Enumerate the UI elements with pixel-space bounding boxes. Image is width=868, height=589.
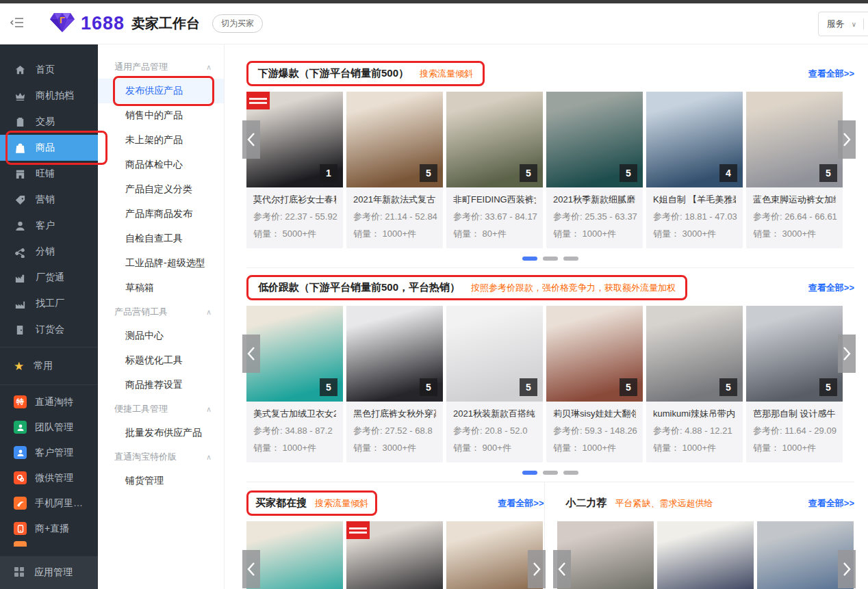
carousel-prev-button[interactable] [242,550,260,588]
submenu-section-title[interactable]: 便捷工具管理 ∧ [98,397,224,421]
product-card[interactable]: 1 莫代尔打底衫女士春秋... 参考价: 22.37 - 55.92 销量： 5… [246,92,343,248]
view-all-link[interactable]: 查看全部>> [808,68,854,80]
submenu-item[interactable]: 自检自查工具 [98,226,224,251]
carousel-next-button[interactable] [838,335,856,373]
clipboard-icon [14,116,26,128]
product-card[interactable]: 5 黑色打底裤女秋外穿高... 参考价: 27.52 - 68.8 销量： 30… [346,306,443,462]
submenu-section-title[interactable]: 直通淘宝特价版 ∧ [98,445,224,469]
product-image: 5 [446,306,543,402]
app-icon [14,471,27,484]
carousel-next-button[interactable] [838,120,856,159]
pagination-dot[interactable] [522,471,537,475]
sidebar-item-bag[interactable]: 商品 [0,135,98,161]
product-image: 1 [246,92,343,187]
sidebar-collapse-icon[interactable] [10,16,25,31]
product-image: 5 [246,521,343,589]
submenu-item[interactable]: 产品库商品发布 [98,202,224,226]
submenu-item[interactable]: 铺货管理 [98,469,224,493]
sidebar-app-item[interactable]: 手机阿里… [0,490,98,516]
submenu-item[interactable]: 标题优化工具 [98,348,224,373]
service-menu[interactable]: 服务 [827,18,845,30]
sidebar-item-factory2[interactable]: 找工厂 [0,291,98,317]
sidebar-item-factory[interactable]: 厂货通 [0,265,98,291]
product-price: 参考价: 22.37 - 55.92 [253,211,336,223]
product-title: 2021秋装新款百搭纯... [453,408,536,420]
product-card[interactable]: 5 2021秋装新款百搭纯... 参考价: 20.8 - 52.0 销量： 90… [446,306,543,462]
pagination-dot[interactable] [563,471,578,475]
section-header: 小二力荐 平台紧缺、需求远超供给 [557,490,722,516]
submenu-item[interactable]: 工业品牌-超级选型 [98,251,224,276]
submenu-item[interactable]: 未上架的产品 [98,128,224,153]
submenu-item[interactable]: 发布供应产品 [98,79,224,103]
product-image: 5 [446,92,543,187]
sidebar-item-share[interactable]: 分销 [0,239,98,265]
product-price: 参考价: 33.67 - 84.17 [453,211,536,223]
sidebar-item-app-management[interactable]: 应用管理 [0,556,98,589]
sidebar-app-item[interactable]: 微供管理 [0,465,98,490]
product-card[interactable]: 5 美式复古加绒卫衣女20... 参考价: 34.88 - 87.2 销量： 1… [246,306,343,462]
product-card[interactable]: 5 莉贝琳sisy娃娃大翻领... 参考价: 59.3 - 148.26 销量：… [546,306,643,462]
view-all-link[interactable]: 查看全部>> [498,497,544,510]
product-card[interactable]: 5 蓝色束脚运动裤女加绒... 参考价: 26.64 - 66.61 销量： 3… [746,92,843,248]
product-card[interactable]: 4 K姐自制 【羊毛美雅碧... 参考价: 18.81 - 47.03 销量： … [646,92,743,248]
submenu-item[interactable]: 批量发布供应产品 [98,421,224,445]
view-all-link[interactable]: 查看全部>> [808,497,854,510]
sidebar-item-tag[interactable]: 营销 [0,187,98,213]
sidebar-item-favorites[interactable]: ★ 常用 [0,352,98,380]
submenu-item[interactable]: 商品推荐设置 [98,373,224,397]
carousel-next-button[interactable] [528,550,546,588]
rank-badge: 5 [819,378,837,396]
product-card[interactable]: 5 [246,521,343,589]
submenu-item[interactable]: 商品体检中心 [98,153,224,177]
door-icon [14,324,26,336]
product-sales: 销量： 5000+件 [253,228,336,240]
section-title: 下游爆款（下游平台销量前500） [258,67,409,80]
product-card[interactable]: 5 芭那那自制 设计感牛... 参考价: 11.64 - 29.09 销量： 1… [746,306,843,462]
sidebar-item-shop[interactable]: 旺铺 [0,161,98,187]
submenu-item[interactable]: 产品自定义分类 [98,177,224,202]
submenu-item[interactable]: 销售中的产品 [98,103,224,128]
product-card[interactable]: 5 2021年新款法式复古... 参考价: 21.14 - 52.84 销量： … [346,92,443,248]
switch-to-buyer-button[interactable]: 切为买家 [212,14,263,33]
section-title: 小二力荐 [566,497,607,510]
logo-1688-diamond-icon[interactable]: Γ [49,12,75,36]
product-card[interactable]: 5 2021秋季新款细腻磨... 参考价: 25.35 - 63.37 销量： … [546,92,643,248]
product-card[interactable]: 3 [657,521,754,589]
carousel-prev-button[interactable] [242,335,260,373]
divider [863,18,864,29]
sidebar-app-item[interactable]: 商+直播 [0,516,98,541]
product-card[interactable]: 5 kumikumi辣妹吊带内... 参考价: 4.88 - 12.21 销量：… [646,306,743,462]
divider [0,347,98,348]
pagination-dot[interactable] [563,257,578,261]
app-icon [14,522,27,535]
carousel-prev-button[interactable] [553,550,571,588]
submenu-item[interactable]: 测品中心 [98,324,224,348]
logo-1688-text[interactable]: 1688 [81,13,125,34]
sidebar-item-clipboard[interactable]: 交易 [0,109,98,135]
product-card[interactable]: 5 [557,521,654,589]
submenu-section-title[interactable]: 产品营销工具 ∧ [98,300,224,324]
brand-tag [346,521,370,539]
view-all-link[interactable]: 查看全部>> [808,282,854,294]
carousel-next-button[interactable] [838,550,856,588]
sidebar-item-person[interactable]: 客户 [0,213,98,239]
pagination-dot[interactable] [522,257,537,261]
product-section: 低价跟款（下游平台销量前500，平台热销） 按照参考价跟款，强价格竞争力，获取额… [246,267,854,482]
sidebar-app-item[interactable]: 团队管理 [0,415,98,440]
sidebar-app-item[interactable]: 客户管理 [0,440,98,465]
product-image: 5 [546,92,643,187]
product-title: 芭那那自制 设计感牛... [753,408,836,420]
product-card[interactable]: 5 非町FEIDING西装裤女... 参考价: 33.67 - 84.17 销量… [446,92,543,248]
sidebar-item-home[interactable]: 首页 [0,57,98,83]
submenu-section-title[interactable]: 通用产品管理 ∧ [98,55,224,79]
pagination-dot[interactable] [543,471,558,475]
sidebar-app-item[interactable]: 特 直通淘特 [0,389,98,415]
sidebar-item-door[interactable]: 订货会 [0,317,98,343]
pagination-dot[interactable] [543,257,558,261]
carousel-prev-button[interactable] [242,120,260,159]
product-carousel: 5 美式复古加绒卫衣女20... 参考价: 34.88 - 87.2 销量： 1… [246,306,854,462]
page-title: 卖家工作台 [131,14,200,33]
product-card[interactable]: 1 [346,521,443,589]
sidebar-item-crown[interactable]: 商机拍档 [0,83,98,109]
submenu-item[interactable]: 草稿箱 [98,276,224,300]
